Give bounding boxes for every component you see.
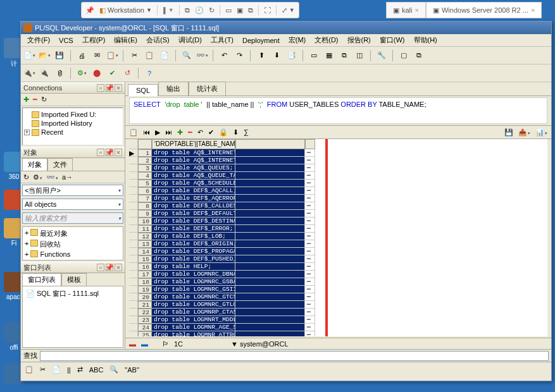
panel-dock-icon[interactable]: ▫ — [97, 84, 104, 92]
menu-debug[interactable]: 调试(D) — [175, 34, 206, 46]
nav-fwd-button[interactable]: ⬇ — [271, 50, 282, 61]
bookmark-button[interactable]: 📑 — [286, 50, 297, 61]
user-dropdown[interactable]: <当前用户> — [22, 185, 123, 196]
print-button[interactable]: 🖨 — [76, 50, 87, 61]
vm-snapshot-icon[interactable]: ⧉ — [185, 6, 190, 15]
table-row[interactable]: 4drop table AQ$_QUEUE_TABLES;⋯ — [129, 172, 547, 180]
res-first-icon[interactable]: ⏮ — [143, 128, 150, 136]
table-row[interactable]: 12drop table DEF$_LOB;⋯ — [129, 233, 547, 240]
menu-doc[interactable]: 文档(D) — [311, 34, 342, 46]
panel-close-icon[interactable]: × — [115, 84, 122, 92]
res-undo-icon[interactable]: ↶ — [197, 128, 203, 137]
sql-editor[interactable]: SELECT 'drop table ' || table_name || ';… — [129, 97, 547, 124]
disconnect-button[interactable]: 🔌 — [39, 68, 50, 79]
vm-screen3-icon[interactable]: ⧉ — [248, 6, 253, 15]
res-del-icon[interactable]: ━ — [188, 128, 192, 137]
vm-restore-icon[interactable]: ↻ — [209, 6, 215, 15]
window-list-item[interactable]: 📄SQL 窗口 - 1111.sql — [25, 288, 121, 299]
search-field[interactable] — [40, 351, 549, 361]
res-last-icon[interactable]: ⏭ — [165, 128, 172, 136]
redo-button[interactable]: ↷ — [234, 50, 245, 61]
obj-a-icon[interactable]: a→ — [62, 173, 73, 181]
tab-windowlist[interactable]: 窗口列表 — [22, 273, 61, 286]
obj-find-icon[interactable]: 👓 — [46, 173, 58, 181]
cascade-button[interactable]: ⧉ — [339, 50, 350, 61]
res-lock-icon[interactable]: 🔒 — [219, 128, 228, 137]
res-next-icon[interactable]: ▶ — [155, 128, 160, 137]
menu-report[interactable]: 报告(R) — [344, 34, 375, 46]
res-calc-icon[interactable]: ∑ — [244, 128, 249, 136]
vm-pause-button[interactable]: ∥ ▼ — [163, 6, 174, 15]
search-input[interactable]: 输入搜索文档 — [22, 212, 123, 224]
connect-button[interactable]: 🔌 — [23, 68, 35, 79]
open-button[interactable]: 📂 — [39, 50, 50, 61]
res-add-icon[interactable]: ✚ — [177, 128, 183, 137]
table-row[interactable]: 15drop table DEF$_PUSHED_TRANSACTIONS;⋯ — [129, 255, 547, 263]
table-row[interactable]: 22drop table LOGMNRP_CTAS_PART_MAP;⋯ — [129, 309, 547, 316]
table-row[interactable]: 14drop table DEF$_PROPAGATOR;⋯ — [129, 248, 547, 255]
new-button[interactable]: 📄 — [23, 50, 35, 61]
rollback-button[interactable]: ↺ — [122, 68, 133, 79]
table-row[interactable]: 2drop table AQ$_INTERNET_AGENT_PRIVS;⋯ — [129, 157, 547, 164]
objects-filter-dropdown[interactable]: All objects — [22, 199, 123, 210]
table-row[interactable]: ▶1drop table AQ$_INTERNET_AGENTS;⋯ — [129, 149, 547, 157]
panel-pin-icon[interactable]: 📌 — [106, 84, 113, 92]
table-row[interactable]: 25drop table LOGMNR_ATTRCOL$;⋯ — [129, 331, 547, 336]
table-row[interactable]: 3drop table AQ$_QUEUES;⋯ — [129, 164, 547, 172]
tools-button[interactable]: 🔧 — [376, 50, 387, 61]
find-button[interactable]: 🔍 — [181, 50, 192, 61]
table-row[interactable]: 8drop table DEF$_CALLDEST;⋯ — [129, 202, 547, 210]
copy-button[interactable]: 📋 — [144, 50, 155, 61]
tab-files[interactable]: 文件 — [47, 158, 73, 171]
res-fetch-icon[interactable]: ⬇ — [233, 128, 239, 137]
menu-help[interactable]: 帮助(H) — [410, 34, 441, 46]
paste-button[interactable]: 📄 — [159, 50, 170, 61]
table-row[interactable]: 24drop table LOGMNR_AGE_SPILL$;⋯ — [129, 324, 547, 331]
vm-expand-icon[interactable]: ⤢ ▼ — [282, 6, 295, 15]
tile-button[interactable]: ▦ — [323, 50, 335, 61]
table-row[interactable]: 18drop table LOGMNRC_GSBA;⋯ — [129, 278, 547, 286]
tab-template[interactable]: 模板 — [61, 273, 87, 286]
obj-refresh-icon[interactable]: ↻ — [23, 173, 29, 181]
table-row[interactable]: 10drop table DEF$_DESTINATION;⋯ — [129, 217, 547, 225]
tab-sql[interactable]: SQL — [128, 84, 158, 96]
restore-button[interactable]: ⧉ — [413, 50, 425, 61]
res-export-icon[interactable]: 📤 — [518, 128, 530, 137]
max-button[interactable]: ▢ — [398, 50, 409, 61]
table-row[interactable]: 20drop table LOGMNRC_GTCS;⋯ — [129, 293, 547, 301]
vm-screen1-icon[interactable]: ▭ — [225, 6, 232, 15]
tab-output[interactable]: 输出 — [158, 82, 189, 95]
vm-clock-icon[interactable]: 🕘 — [195, 6, 204, 15]
menu-session[interactable]: 会话(S) — [142, 34, 173, 46]
res-save-icon[interactable]: 💾 — [504, 128, 513, 137]
menu-project[interactable]: 工程(P) — [78, 34, 109, 46]
object-tree[interactable]: +最近对象 +回收站 +Functions — [22, 226, 123, 260]
menu-tools[interactable]: 工具(T) — [207, 34, 237, 46]
obj-filter-icon[interactable]: ⚙ — [33, 173, 42, 181]
help-button[interactable]: ? — [144, 68, 155, 79]
stop-button[interactable]: ⬤ — [91, 68, 103, 79]
commit-button[interactable]: ✔ — [106, 68, 118, 79]
table-row[interactable]: 11drop table DEF$_ERROR;⋯ — [129, 225, 547, 233]
win-button[interactable]: ▭ — [308, 50, 320, 61]
mail-button[interactable]: ✉ — [91, 50, 103, 61]
vm-tab-winserver[interactable]: ▣Windows Server 2008 R2 ...× — [426, 2, 542, 18]
doc-button[interactable]: 📋 — [106, 50, 118, 61]
table-row[interactable]: 17drop table LOGMNRC_DBNAME_UID_MAP;⋯ — [129, 271, 547, 278]
menu-file[interactable]: 文件(F) — [23, 34, 54, 46]
res-commit-icon[interactable]: ✔ — [208, 128, 214, 137]
menu-edit[interactable]: 编辑(E) — [110, 34, 141, 46]
undo-button[interactable]: ↶ — [218, 50, 230, 61]
table-row[interactable]: 19drop table LOGMNRC_GSII;⋯ — [129, 286, 547, 293]
menu-macro[interactable]: 宏(M) — [285, 34, 310, 46]
menu-deployment[interactable]: Deployment — [239, 35, 284, 46]
conn-refresh-icon[interactable]: ↻ — [41, 95, 47, 104]
vm-tab-kali[interactable]: ▣kali× — [386, 2, 426, 18]
vm-screen2-icon[interactable]: ▣ — [237, 6, 243, 15]
save-button[interactable]: 💾 — [54, 50, 65, 61]
menu-vcs[interactable]: VCS — [55, 35, 77, 46]
vm-workstation-dropdown[interactable]: ◧ Workstation ▼ — [99, 6, 152, 15]
vm-fullscreen-icon[interactable]: ⛶ — [264, 6, 271, 14]
find2-button[interactable]: 👓 — [196, 50, 208, 61]
conn-add-icon[interactable]: ✚ — [23, 95, 29, 104]
